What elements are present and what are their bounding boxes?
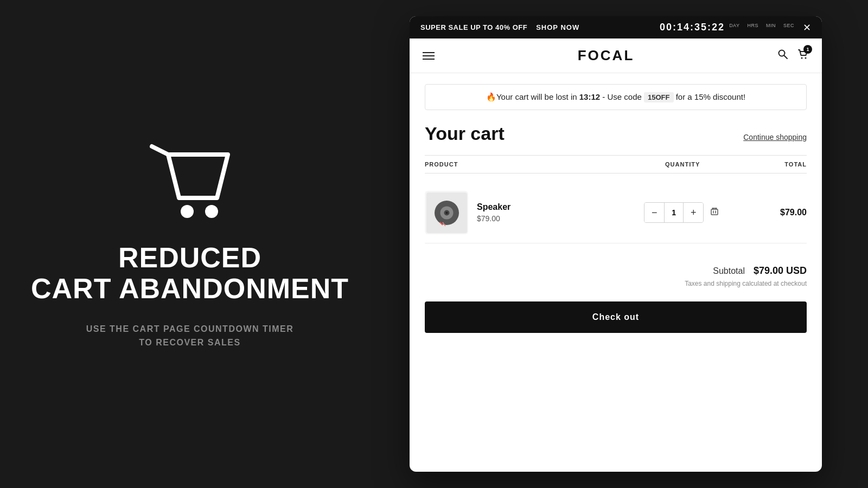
- quantity-column-header: QUANTITY: [635, 161, 730, 168]
- cart-table-header: PRODUCT QUANTITY TOTAL: [425, 155, 807, 174]
- product-price: $79.00: [477, 214, 510, 223]
- product-column-header: PRODUCT: [425, 161, 635, 168]
- sale-text: SUPER SALE UP TO 40% OFF: [420, 23, 527, 31]
- svg-point-10: [445, 211, 448, 214]
- countdown-banner: 🔥Your cart will be lost in 13:12 - Use c…: [425, 84, 807, 110]
- product-image-container: [425, 191, 468, 234]
- quantity-stepper: − 1 +: [644, 202, 704, 223]
- left-subtext: USE THE CART PAGE COUNTDOWN TIMERTO RECO…: [86, 322, 294, 350]
- browser-window: SUPER SALE UP TO 40% OFF SHOP NOW 00:14:…: [410, 16, 822, 472]
- cart-title: Your cart: [425, 123, 505, 144]
- banner-middle: - Use code: [600, 92, 644, 101]
- store-logo[interactable]: FOCAL: [578, 47, 635, 64]
- search-button[interactable]: [777, 49, 788, 62]
- store-header: FOCAL 1: [410, 38, 822, 73]
- svg-rect-13: [711, 209, 718, 215]
- svg-point-5: [805, 57, 806, 59]
- search-icon: [777, 49, 788, 60]
- table-row: Speaker $79.00 − 1 +: [425, 182, 807, 243]
- announcement-left: SUPER SALE UP TO 40% OFF SHOP NOW: [420, 23, 579, 31]
- right-panel: SUPER SALE UP TO 40% OFF SHOP NOW 00:14:…: [380, 0, 868, 488]
- discount-code-badge: 15OFF: [644, 92, 673, 102]
- banner-timer: 13:12: [579, 92, 600, 101]
- quantity-col: − 1 +: [635, 202, 730, 223]
- cart-title-row: Your cart Continue shopping: [425, 123, 807, 144]
- cart-icon: [141, 138, 239, 225]
- shop-now-link[interactable]: SHOP NOW: [536, 23, 579, 31]
- subtotal-label: Subtotal: [713, 266, 745, 276]
- subtotal-row: Subtotal $79.00 USD: [713, 265, 807, 277]
- cart-badge: 1: [803, 45, 812, 54]
- svg-line-3: [784, 56, 787, 59]
- product-info: Speaker $79.00: [477, 202, 510, 223]
- header-icons: 1: [777, 48, 809, 63]
- continue-shopping-button[interactable]: Continue shopping: [743, 133, 807, 142]
- banner-prefix: 🔥Your cart will be lost in: [486, 92, 579, 101]
- subtotal-section: Subtotal $79.00 USD Taxes and shipping c…: [425, 265, 807, 333]
- item-total: $79.00: [730, 208, 807, 217]
- hamburger-line-1: [423, 52, 435, 53]
- hamburger-menu-button[interactable]: [423, 52, 435, 60]
- quantity-decrease-button[interactable]: −: [644, 203, 664, 222]
- left-panel: REDUCED CART ABANDONMENT USE THE CART PA…: [0, 0, 380, 488]
- left-heading: REDUCED CART ABANDONMENT: [31, 242, 349, 304]
- banner-suffix: for a 15% discount!: [674, 92, 746, 101]
- hamburger-line-2: [423, 55, 435, 56]
- svg-point-1: [205, 205, 218, 218]
- countdown-time: 00:14:35:22: [660, 22, 725, 33]
- quantity-value: 1: [664, 203, 684, 222]
- cart-button[interactable]: 1: [797, 48, 809, 63]
- svg-point-4: [801, 57, 802, 59]
- svg-point-0: [181, 205, 194, 218]
- countdown-display: 00:14:35:22 DAY HRS MIN SEC: [660, 22, 794, 33]
- product-name: Speaker: [477, 202, 510, 212]
- item-product-col: Speaker $79.00: [425, 191, 635, 234]
- delete-item-button[interactable]: [708, 205, 721, 220]
- countdown-labels: DAY HRS MIN SEC: [729, 23, 794, 28]
- product-image: [426, 192, 467, 233]
- cart-content: 🔥Your cart will be lost in 13:12 - Use c…: [410, 73, 822, 344]
- tax-note: Taxes and shipping calculated at checkou…: [685, 280, 807, 287]
- announcement-bar: SUPER SALE UP TO 40% OFF SHOP NOW 00:14:…: [410, 16, 822, 38]
- total-column-header: TOTAL: [730, 161, 807, 168]
- hamburger-line-3: [423, 59, 435, 60]
- subtotal-value: $79.00 USD: [754, 265, 807, 277]
- announcement-close-button[interactable]: ✕: [803, 23, 811, 33]
- trash-icon: [710, 207, 719, 216]
- checkout-button[interactable]: Check out: [425, 301, 807, 333]
- quantity-increase-button[interactable]: +: [684, 203, 703, 222]
